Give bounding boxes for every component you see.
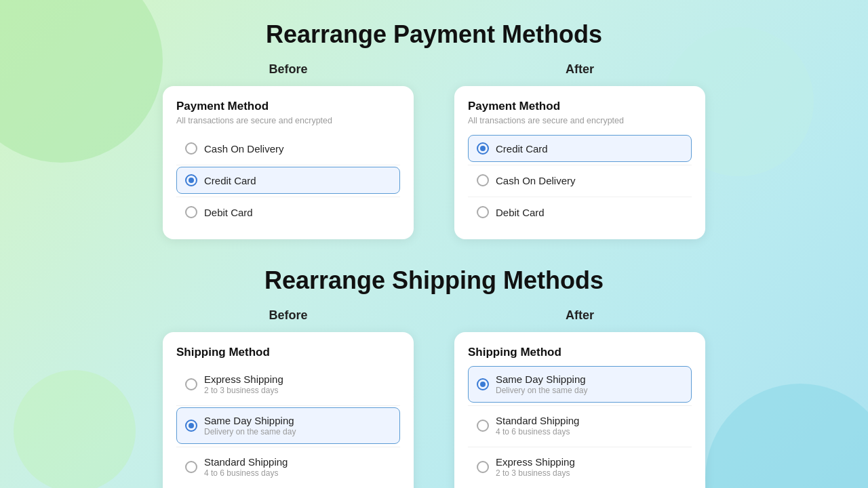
payment-columns: Before Payment Method All transactions a…: [27, 62, 841, 239]
shipping-before-label: Before: [163, 308, 414, 323]
payment-before-label-cod: Cash On Delivery: [204, 143, 284, 155]
shipping-before-card-title: Shipping Method: [176, 346, 400, 359]
shipping-after-label: After: [454, 308, 705, 323]
shipping-before-column: Before Shipping Method Express Shipping …: [163, 308, 414, 488]
shipping-before-option-standard[interactable]: Standard Shipping 4 to 6 business days: [176, 449, 400, 485]
divider-7: [468, 405, 692, 406]
payment-before-option-cod[interactable]: Cash On Delivery: [176, 135, 400, 162]
shipping-after-sub-standard: 4 to 6 business days: [496, 427, 579, 436]
divider-6: [176, 447, 400, 447]
shipping-after-text-express: Express Shipping 2 to 3 business days: [496, 456, 575, 478]
shipping-after-option-express[interactable]: Express Shipping 2 to 3 business days: [468, 449, 692, 485]
shipping-columns: Before Shipping Method Express Shipping …: [27, 308, 841, 488]
payment-after-column: After Payment Method All transactions ar…: [454, 62, 705, 239]
shipping-before-sub-express: 2 to 3 business days: [204, 386, 283, 395]
radio-express-before: [185, 378, 197, 390]
payment-before-option-credit[interactable]: Credit Card: [176, 167, 400, 194]
shipping-before-label-sameday: Same Day Shipping: [204, 415, 296, 426]
payment-before-label-debit: Debit Card: [204, 207, 253, 218]
shipping-section: Rearrange Shipping Methods Before Shippi…: [27, 266, 841, 488]
radio-standard-after: [477, 420, 489, 432]
radio-credit-before: [185, 174, 197, 186]
shipping-after-text-sameday: Same Day Shipping Delivery on the same d…: [496, 373, 587, 395]
divider-2: [176, 197, 400, 197]
shipping-after-label-express: Express Shipping: [496, 456, 575, 468]
payment-after-option-debit[interactable]: Debit Card: [468, 199, 692, 226]
radio-sameday-before: [185, 420, 197, 432]
shipping-before-option-express[interactable]: Express Shipping 2 to 3 business days: [176, 366, 400, 403]
shipping-before-sub-sameday: Delivery on the same day: [204, 427, 296, 436]
shipping-before-label-express: Express Shipping: [204, 373, 283, 385]
shipping-before-label-standard: Standard Shipping: [204, 456, 288, 468]
shipping-after-label-sameday: Same Day Shipping: [496, 373, 587, 385]
shipping-section-title: Rearrange Shipping Methods: [27, 266, 841, 295]
payment-before-label-credit: Credit Card: [204, 175, 256, 186]
shipping-after-sub-sameday: Delivery on the same day: [496, 386, 587, 395]
radio-credit-after: [477, 142, 489, 155]
payment-before-label: Before: [163, 62, 414, 77]
payment-after-option-cod[interactable]: Cash On Delivery: [468, 167, 692, 194]
shipping-after-card: Shipping Method Same Day Shipping Delive…: [454, 332, 705, 488]
shipping-before-text-standard: Standard Shipping 4 to 6 business days: [204, 456, 288, 478]
shipping-before-text-sameday: Same Day Shipping Delivery on the same d…: [204, 415, 296, 436]
shipping-after-text-standard: Standard Shipping 4 to 6 business days: [496, 415, 579, 436]
payment-before-option-debit[interactable]: Debit Card: [176, 199, 400, 226]
payment-after-option-credit[interactable]: Credit Card: [468, 135, 692, 162]
shipping-after-option-standard[interactable]: Standard Shipping 4 to 6 business days: [468, 407, 692, 444]
shipping-before-text-express: Express Shipping 2 to 3 business days: [204, 373, 283, 395]
shipping-before-option-sameday[interactable]: Same Day Shipping Delivery on the same d…: [176, 407, 400, 444]
radio-cod-after: [477, 174, 489, 186]
radio-debit-before: [185, 206, 197, 218]
radio-standard-before: [185, 461, 197, 473]
divider-5: [176, 405, 400, 406]
shipping-after-column: After Shipping Method Same Day Shipping …: [454, 308, 705, 488]
payment-after-label-cod: Cash On Delivery: [496, 175, 576, 186]
shipping-after-card-title: Shipping Method: [468, 346, 692, 359]
divider-8: [468, 447, 692, 447]
payment-after-label-credit: Credit Card: [496, 143, 548, 155]
divider-1: [176, 165, 400, 165]
radio-express-after: [477, 461, 489, 473]
shipping-after-option-sameday[interactable]: Same Day Shipping Delivery on the same d…: [468, 366, 692, 403]
radio-cod-before: [185, 142, 197, 155]
shipping-before-card: Shipping Method Express Shipping 2 to 3 …: [163, 332, 414, 488]
payment-before-card: Payment Method All transactions are secu…: [163, 86, 414, 239]
payment-after-label-debit: Debit Card: [496, 207, 545, 218]
payment-after-card: Payment Method All transactions are secu…: [454, 86, 705, 239]
payment-after-card-title: Payment Method: [468, 100, 692, 113]
divider-3: [468, 165, 692, 165]
payment-section-title: Rearrange Payment Methods: [27, 20, 841, 49]
shipping-after-label-standard: Standard Shipping: [496, 415, 579, 426]
shipping-after-sub-express: 2 to 3 business days: [496, 468, 575, 478]
payment-before-card-title: Payment Method: [176, 100, 400, 113]
radio-debit-after: [477, 206, 489, 218]
shipping-before-sub-standard: 4 to 6 business days: [204, 468, 288, 478]
payment-before-column: Before Payment Method All transactions a…: [163, 62, 414, 239]
radio-sameday-after: [477, 378, 489, 390]
divider-4: [468, 197, 692, 197]
payment-after-card-subtitle: All transactions are secure and encrypte…: [468, 116, 692, 125]
payment-before-card-subtitle: All transactions are secure and encrypte…: [176, 116, 400, 125]
payment-after-label: After: [454, 62, 705, 77]
